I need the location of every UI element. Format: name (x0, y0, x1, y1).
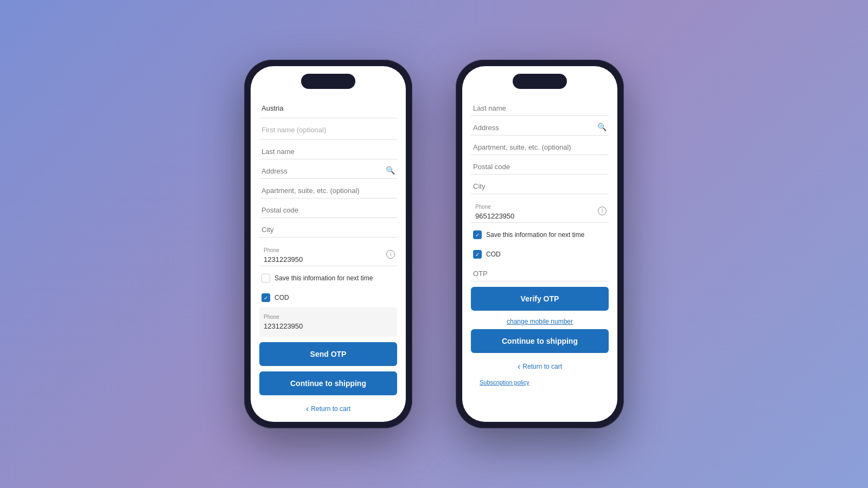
phone-sub-label: Phone (261, 310, 395, 321)
save-info-label-r: Save this information for next time (486, 231, 584, 239)
return-cart-link-right[interactable]: ‹ Return to cart (462, 356, 617, 377)
subscription-policy-link[interactable]: Subscription policy (471, 377, 538, 391)
form-right: 🔍 Phone 9651223950 (462, 99, 617, 281)
cod-checkbox-r[interactable] (473, 250, 482, 259)
chevron-left-icon-left: ‹ (306, 404, 309, 414)
postal-code-wrapper (259, 201, 397, 218)
apartment-input-r[interactable] (471, 138, 609, 155)
phone-right: 🔍 Phone 9651223950 (456, 60, 624, 428)
return-cart-label-right: Return to cart (522, 363, 562, 370)
first-name-wrapper: First name (optional) (259, 120, 397, 140)
phone-info-icon: i (386, 250, 395, 259)
phone-wrapper-r: Phone 9651223950 i (471, 196, 609, 223)
phone-label-r: Phone (473, 200, 607, 211)
last-name-wrapper (259, 142, 397, 159)
dynamic-island-left (301, 74, 355, 89)
cod-row[interactable]: COD (259, 288, 397, 307)
last-name-input-r[interactable] (471, 99, 609, 116)
cod-row-r[interactable]: COD (471, 245, 609, 264)
city-input[interactable] (259, 220, 397, 237)
address-input-r[interactable] (471, 118, 609, 136)
address-wrapper-r: 🔍 (471, 118, 609, 136)
phone-wrapper: Phone 1231223950 i (259, 240, 397, 266)
last-name-input[interactable] (259, 142, 397, 159)
address-search-icon: 🔍 (386, 166, 395, 175)
cod-label-r: COD (486, 251, 501, 258)
address-search-icon-r: 🔍 (597, 123, 607, 131)
phone-value-r: 9651223950 (473, 211, 607, 220)
city-wrapper-r (471, 177, 609, 194)
otp-input[interactable] (471, 264, 609, 281)
address-wrapper: 🔍 (259, 162, 397, 179)
chevron-left-icon-right: ‹ (518, 362, 520, 371)
apartment-input[interactable] (259, 181, 397, 198)
apartment-wrapper (259, 181, 397, 198)
verify-otp-button[interactable]: Verify OTP (471, 287, 609, 311)
return-cart-label-left: Return to cart (311, 405, 350, 413)
change-mobile-link[interactable]: change mobile number (503, 314, 576, 329)
postal-code-wrapper-r (471, 157, 609, 175)
cod-label: COD (275, 294, 289, 301)
phone-sub-wrapper: Phone 1231223950 (259, 307, 397, 337)
phone-info-icon-r: i (598, 207, 607, 215)
phone-sub-value: 1231223950 (261, 321, 395, 335)
screen-content-left: Austria First name (optional) 🔍 (251, 66, 406, 422)
save-info-checkbox-r[interactable] (473, 230, 482, 239)
postal-code-input[interactable] (259, 201, 397, 218)
send-otp-button[interactable]: Send OTP (259, 342, 397, 366)
phone-label: Phone (261, 243, 395, 254)
last-name-wrapper-r (471, 99, 609, 116)
return-cart-link-left[interactable]: ‹ Return to cart (251, 399, 406, 419)
phone-left: Austria First name (optional) 🔍 (244, 60, 412, 428)
country-field: Austria (259, 99, 397, 118)
save-info-checkbox[interactable] (261, 274, 270, 282)
city-input-r[interactable] (471, 177, 609, 194)
first-name-placeholder: First name (optional) (259, 120, 397, 140)
continue-shipping-button-left[interactable]: Continue to shipping (259, 371, 397, 395)
screen-content-right: 🔍 Phone 9651223950 (462, 66, 617, 422)
address-input[interactable] (259, 162, 397, 179)
save-info-row-r[interactable]: Save this information for next time (471, 225, 609, 245)
otp-wrapper (471, 264, 609, 281)
save-info-row[interactable]: Save this information for next time (259, 268, 397, 288)
dynamic-island-right (513, 74, 567, 89)
country-value: Austria (259, 99, 397, 118)
save-info-label: Save this information for next time (275, 274, 373, 282)
continue-shipping-button-right[interactable]: Continue to shipping (471, 329, 609, 353)
apartment-wrapper-r (471, 138, 609, 155)
cod-checkbox[interactable] (261, 293, 270, 302)
postal-code-input-r[interactable] (471, 157, 609, 175)
city-wrapper (259, 220, 397, 237)
form-left: Austria First name (optional) 🔍 (251, 99, 406, 337)
phone-value: 1231223950 (261, 254, 395, 264)
